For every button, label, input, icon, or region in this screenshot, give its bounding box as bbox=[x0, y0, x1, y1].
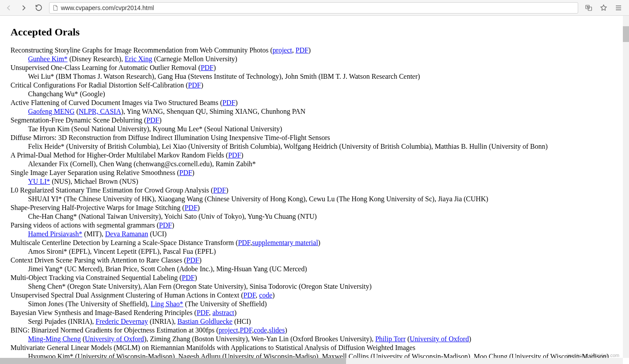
paper-authors: Felix Heide* (University of British Colu… bbox=[11, 142, 618, 151]
paper-title: BING: Binarized Normed Gradients for Obj… bbox=[11, 326, 618, 335]
paper-title: Unsupervised One-Class Learning for Auto… bbox=[11, 63, 618, 72]
paper-title: Bayesian View Synthesis and Image-Based … bbox=[11, 308, 618, 317]
paper-item: Reconstructing Storyline Graphs for Imag… bbox=[11, 46, 618, 63]
paper-authors: YU LI* (NUS), Michael Brown (NUS) bbox=[11, 177, 618, 186]
paper-title: Multiscale Centerline Detection by Learn… bbox=[11, 238, 618, 247]
url-input[interactable] bbox=[61, 4, 575, 11]
resource-link[interactable]: PDF bbox=[197, 309, 209, 316]
resource-link[interactable]: PDF bbox=[186, 256, 199, 264]
paper-title: Context Driven Scene Parsing with Attent… bbox=[11, 256, 618, 265]
resource-link[interactable]: PDF bbox=[146, 116, 159, 124]
paper-title: Reconstructing Storyline Graphs for Imag… bbox=[11, 46, 618, 55]
paper-title: Diffuse Mirrors: 3D Reconstruction from … bbox=[11, 133, 618, 142]
resource-link[interactable]: PDF bbox=[238, 239, 250, 246]
paper-title: Multivariate General Linear Models (MGLM… bbox=[11, 343, 618, 352]
resource-link[interactable]: PDF bbox=[188, 81, 201, 89]
paper-title: Active Flattening of Curved Document Ima… bbox=[11, 98, 618, 107]
address-bar[interactable] bbox=[49, 2, 578, 14]
author-link[interactable]: Hamed Pirsiavash* bbox=[28, 230, 82, 238]
resource-link[interactable]: project bbox=[219, 326, 238, 334]
paper-authors: SHUAI YI* (The Chinese University of HK)… bbox=[11, 195, 618, 203]
resource-link[interactable]: PDF bbox=[159, 221, 172, 229]
paper-title: Segmentation-Free Dynamic Scene Deblurri… bbox=[11, 116, 618, 125]
paper-authors: Sheng Chen* (Oregon State University), A… bbox=[11, 282, 618, 291]
resource-link[interactable]: abstract bbox=[212, 309, 234, 316]
paper-item: Critical Configurations For Radial Disto… bbox=[11, 81, 618, 98]
page-content: Accepted Orals Reconstructing Storyline … bbox=[0, 16, 629, 364]
paper-item: Segmentation-Free Dynamic Scene Deblurri… bbox=[11, 116, 618, 133]
author-link[interactable]: NLPR, CASIA bbox=[79, 108, 121, 115]
paper-title: Parsing videos of actions with segmental… bbox=[11, 221, 618, 230]
back-button[interactable] bbox=[3, 2, 15, 14]
watermark-text: jiaocheng.chazidian.com bbox=[567, 353, 619, 358]
paper-authors: Gaofeng MENG (NLPR, CASIA), Ying WANG, S… bbox=[11, 107, 618, 116]
paper-authors: Alexander Fix (Cornell), Chen Wang (chen… bbox=[11, 160, 618, 168]
author-link[interactable]: Frederic Devernay bbox=[95, 318, 148, 325]
paper-authors: Sergi Pujades (INRIA), Frederic Devernay… bbox=[11, 317, 618, 326]
menu-icon[interactable] bbox=[612, 2, 625, 14]
paper-item: Unsupervised One-Class Learning for Auto… bbox=[11, 63, 618, 81]
paper-title: Single Image Layer Separation using Rela… bbox=[11, 168, 618, 177]
horizontal-scrollbar-thumb[interactable] bbox=[0, 358, 346, 364]
author-link[interactable]: Ming-Ming Cheng bbox=[28, 335, 81, 343]
paper-title: Shape-Preserving Half-Projective Warps f… bbox=[11, 203, 618, 212]
resource-link[interactable]: PDF bbox=[296, 46, 308, 54]
paper-item: Unsupervised Spectral Dual Assignment Cl… bbox=[11, 291, 618, 308]
author-link[interactable]: YU LI* bbox=[28, 178, 50, 185]
paper-authors: Che-Han Chang* (National Taiwan Universi… bbox=[11, 212, 618, 221]
paper-authors: Gunhee Kim* (Disney Research), Eric Xing… bbox=[11, 55, 618, 63]
author-link[interactable]: Gunhee Kim* bbox=[28, 55, 67, 63]
paper-item: L0 Regularized Stationary Time Estimatio… bbox=[11, 186, 618, 203]
page-icon bbox=[52, 5, 58, 11]
paper-authors: Tae Hyun Kim (Seoul National University)… bbox=[11, 125, 618, 133]
paper-item: Context Driven Scene Parsing with Attent… bbox=[11, 256, 618, 273]
paper-item: Bayesian View Synthesis and Image-Based … bbox=[11, 308, 618, 326]
paper-title: Critical Configurations For Radial Disto… bbox=[11, 81, 618, 90]
resource-link[interactable]: supplementary material bbox=[252, 239, 318, 246]
author-link[interactable]: Gaofeng MENG bbox=[28, 108, 74, 115]
paper-authors: Simon Jones (The University of Sheffield… bbox=[11, 300, 618, 308]
resource-link[interactable]: code bbox=[259, 291, 272, 299]
resource-link[interactable]: PDF bbox=[182, 274, 194, 281]
paper-item: BING: Binarized Normed Gradients for Obj… bbox=[11, 326, 618, 343]
resource-link[interactable]: project bbox=[272, 46, 292, 54]
author-link[interactable]: Bastian Goldluecke bbox=[177, 318, 233, 325]
resource-link[interactable]: slides bbox=[269, 326, 285, 334]
paper-item: A Primal-Dual Method for Higher-Order Mu… bbox=[11, 151, 618, 168]
author-link[interactable]: University of Oxford bbox=[85, 335, 144, 343]
resource-link[interactable]: PDF bbox=[244, 291, 256, 299]
author-link[interactable]: Eric Xing bbox=[125, 55, 152, 63]
paper-item: Active Flattening of Curved Document Ima… bbox=[11, 98, 618, 116]
resource-link[interactable]: PDF bbox=[184, 204, 197, 211]
paper-authors: Amos Sironi* (EPFL), Vincent Lepetit (EP… bbox=[11, 247, 618, 256]
resource-link[interactable]: PDF bbox=[213, 186, 226, 194]
reload-button[interactable] bbox=[32, 2, 45, 14]
author-link[interactable]: Ling Shao* bbox=[151, 300, 183, 308]
paper-item: Diffuse Mirrors: 3D Reconstruction from … bbox=[11, 133, 618, 151]
resource-link[interactable]: PDF bbox=[228, 151, 241, 159]
forward-button[interactable] bbox=[18, 2, 30, 14]
bookmark-star-icon[interactable] bbox=[597, 2, 610, 14]
paper-title: Unsupervised Spectral Dual Assignment Cl… bbox=[11, 291, 618, 300]
paper-item: Parsing videos of actions with segmental… bbox=[11, 221, 618, 238]
author-link[interactable]: Deva Ramanan bbox=[105, 230, 148, 238]
vertical-scrollbar-thumb[interactable] bbox=[623, 26, 629, 42]
resource-link[interactable]: PDF bbox=[240, 326, 252, 334]
paper-item: Single Image Layer Separation using Rela… bbox=[11, 168, 618, 186]
resource-link[interactable]: PDF bbox=[223, 99, 235, 106]
paper-authors: Wei Liu* (IBM Thomas J. Watson Research)… bbox=[11, 72, 618, 81]
paper-item: Multi-Object Tracking via Constrained Se… bbox=[11, 273, 618, 291]
paper-title: A Primal-Dual Method for Higher-Order Mu… bbox=[11, 151, 618, 160]
translate-icon[interactable] bbox=[583, 2, 595, 14]
resource-link[interactable]: code bbox=[254, 326, 267, 334]
paper-title: L0 Regularized Stationary Time Estimatio… bbox=[11, 186, 618, 195]
author-link[interactable]: Philip Torr bbox=[375, 335, 406, 343]
paper-item: Multiscale Centerline Detection by Learn… bbox=[11, 238, 618, 256]
paper-item: Shape-Preserving Half-Projective Warps f… bbox=[11, 203, 618, 221]
resource-link[interactable]: PDF bbox=[179, 169, 192, 176]
paper-authors: Jimei Yang* (UC Merced), Brian Price, Sc… bbox=[11, 265, 618, 273]
vertical-scrollbar-track[interactable] bbox=[623, 16, 629, 358]
paper-authors: Changchang Wu* (Google) bbox=[11, 90, 618, 98]
resource-link[interactable]: PDF bbox=[201, 64, 213, 71]
author-link[interactable]: University of Oxford bbox=[410, 335, 469, 343]
